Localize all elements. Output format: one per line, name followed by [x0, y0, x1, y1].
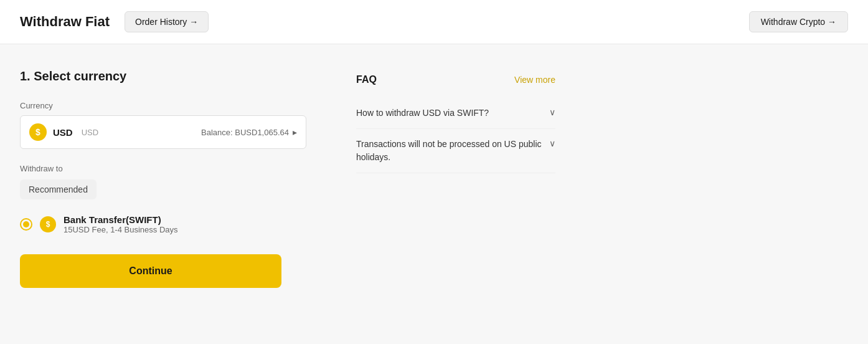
left-panel: 1. Select currency Currency $ USD USD Ba… — [20, 69, 306, 288]
currency-icon-symbol: $ — [35, 127, 40, 137]
faq-chevron-1-icon: ∨ — [549, 107, 555, 117]
faq-header: FAQ View more — [356, 74, 555, 85]
faq-panel: FAQ View more How to withdraw USD via SW… — [356, 69, 555, 288]
faq-item-1: How to withdraw USD via SWIFT? ∨ — [356, 98, 555, 129]
currency-code: USD — [82, 128, 98, 137]
balance-value: Balance: BUSD1,065.64 — [201, 128, 289, 137]
header-left: Withdraw Fiat Order History → — [20, 11, 209, 32]
view-more-link[interactable]: View more — [514, 75, 555, 85]
transfer-details: 15USD Fee, 1-4 Business Days — [64, 225, 178, 234]
faq-title: FAQ — [356, 74, 377, 85]
withdraw-crypto-button[interactable]: Withdraw Crypto → — [749, 11, 848, 32]
withdraw-to-label: Withdraw to — [20, 164, 306, 173]
currency-left: $ USD USD — [29, 123, 98, 141]
order-history-button[interactable]: Order History → — [125, 11, 209, 32]
faq-question-1[interactable]: How to withdraw USD via SWIFT? ∨ — [356, 107, 555, 120]
currency-balance: Balance: BUSD1,065.64 ▸ — [201, 127, 297, 137]
continue-button[interactable]: Continue — [20, 254, 281, 288]
faq-question-2[interactable]: Transactions will not be processed on US… — [356, 138, 555, 164]
header: Withdraw Fiat Order History → Withdraw C… — [0, 0, 868, 44]
faq-chevron-2-icon: ∨ — [549, 138, 555, 148]
faq-question-text-1: How to withdraw USD via SWIFT? — [356, 107, 489, 120]
currency-icon: $ — [29, 123, 47, 141]
currency-field-label: Currency — [20, 101, 306, 110]
currency-name: USD — [53, 127, 73, 138]
radio-inner — [23, 221, 29, 227]
main-content: 1. Select currency Currency $ USD USD Ba… — [0, 44, 747, 313]
transfer-icon-symbol: $ — [46, 220, 50, 229]
radio-button[interactable] — [20, 218, 32, 231]
chevron-right-icon: ▸ — [293, 127, 297, 137]
transfer-info: Bank Transfer(SWIFT) 15USD Fee, 1-4 Busi… — [64, 214, 178, 234]
faq-question-text-2: Transactions will not be processed on US… — [356, 138, 544, 164]
transfer-name: Bank Transfer(SWIFT) — [64, 214, 178, 225]
currency-select[interactable]: $ USD USD Balance: BUSD1,065.64 ▸ — [20, 115, 306, 149]
transfer-option[interactable]: $ Bank Transfer(SWIFT) 15USD Fee, 1-4 Bu… — [20, 212, 306, 237]
transfer-icon: $ — [40, 216, 56, 232]
section-title: 1. Select currency — [20, 69, 306, 84]
faq-item-2: Transactions will not be processed on US… — [356, 129, 555, 173]
page-title: Withdraw Fiat — [20, 14, 110, 30]
recommended-badge: Recommended — [20, 179, 97, 199]
